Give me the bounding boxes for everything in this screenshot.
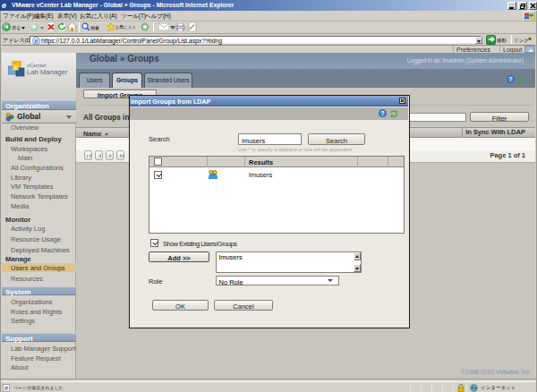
svg-text:?: ?	[380, 110, 384, 116]
svg-text:e: e	[34, 37, 38, 45]
svg-text:e: e	[4, 384, 8, 392]
svg-text:?: ?	[508, 76, 512, 82]
